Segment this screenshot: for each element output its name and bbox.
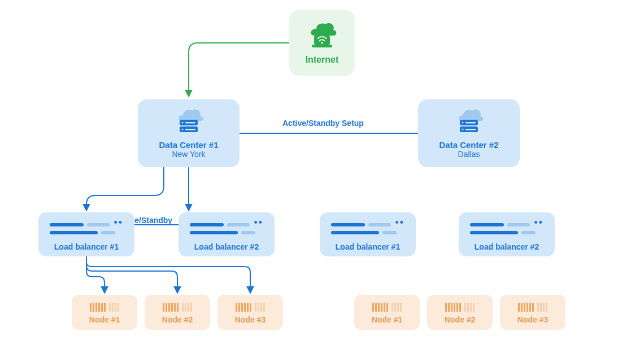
internet-label: Internet xyxy=(306,55,339,65)
dc1-title: Data Center #1 xyxy=(159,140,218,150)
edge-dc1-to-lb1 xyxy=(86,167,164,210)
lb2-label: Load balancer #2 xyxy=(194,242,259,251)
cloud-laptop-wifi-icon xyxy=(306,21,338,51)
svg-rect-12 xyxy=(465,122,476,124)
load-balancer-1-right: •• Load balancer #1 xyxy=(320,212,416,256)
status-dots-icon: •• xyxy=(254,221,263,224)
data-center-2-card: Data Center #2 Dallas xyxy=(418,99,520,167)
edge-lb1-to-node3 xyxy=(86,256,250,293)
status-dots-icon: •• xyxy=(395,221,404,224)
node-b1: Node #1 xyxy=(354,295,420,330)
node-a3: Node #3 xyxy=(217,295,283,330)
lb1-label: Load balancer #1 xyxy=(54,242,119,251)
load-balancer-1-left: •• Load balancer #1 xyxy=(38,212,134,256)
edge-lb1-to-node1 xyxy=(86,256,105,293)
svg-point-11 xyxy=(462,121,464,123)
status-dots-icon: •• xyxy=(534,221,543,224)
svg-point-2 xyxy=(321,42,323,44)
data-center-1-card: Data Center #1 New York xyxy=(138,99,240,167)
node-a3-label: Node #3 xyxy=(235,315,266,324)
node-b3-label: Node #3 xyxy=(517,315,548,324)
node-a1: Node #1 xyxy=(72,295,137,330)
internet-card: Internet xyxy=(289,10,355,76)
edge-internet-to-dc1 xyxy=(189,43,289,96)
load-balancer-2-left: •• Load balancer #2 xyxy=(179,212,275,256)
svg-rect-1 xyxy=(312,45,332,47)
load-balancer-2-right: •• Load balancer #2 xyxy=(459,212,555,256)
svg-rect-6 xyxy=(185,122,195,124)
node-a2: Node #2 xyxy=(145,295,210,330)
cloud-server-icon xyxy=(452,108,486,138)
node-b2: Node #2 xyxy=(427,295,493,330)
node-b3: Node #3 xyxy=(500,295,565,330)
status-dots-icon: •• xyxy=(114,221,123,224)
lb4-label: Load balancer #2 xyxy=(475,242,539,251)
dc2-location: Dallas xyxy=(458,150,480,159)
cloud-server-icon xyxy=(172,108,206,138)
caption-active-standby-setup: Active/Standby Setup xyxy=(282,119,364,128)
svg-rect-14 xyxy=(465,129,476,130)
dc2-title: Data Center #2 xyxy=(439,140,498,150)
node-b1-label: Node #1 xyxy=(372,315,402,324)
svg-point-7 xyxy=(182,128,184,130)
svg-rect-8 xyxy=(185,129,195,130)
svg-point-13 xyxy=(462,128,464,130)
lb3-label: Load balancer #1 xyxy=(336,242,400,251)
node-b2-label: Node #2 xyxy=(445,315,475,324)
node-a2-label: Node #2 xyxy=(162,315,193,324)
node-a1-label: Node #1 xyxy=(89,315,120,324)
svg-point-5 xyxy=(182,121,184,123)
dc1-location: New York xyxy=(172,150,205,159)
edge-lb1-to-node2 xyxy=(86,256,177,293)
